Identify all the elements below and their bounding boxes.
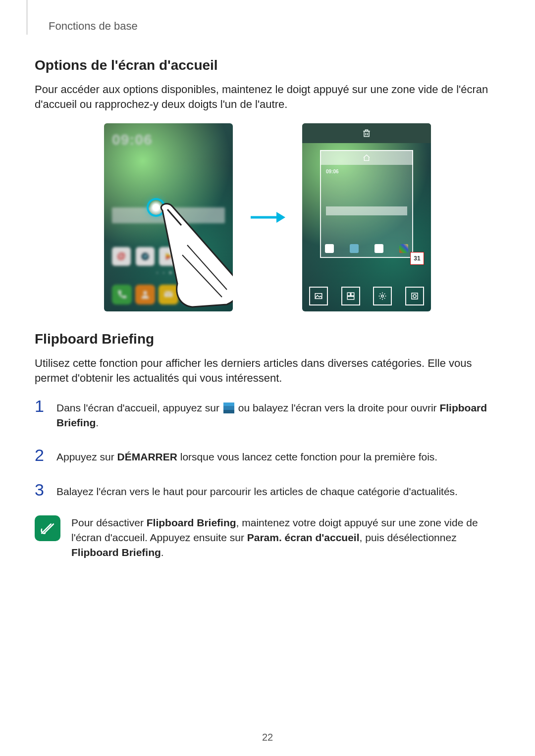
thumb-search-bar (326, 206, 407, 215)
svg-rect-16 (214, 296, 216, 298)
svg-rect-24 (347, 296, 354, 299)
svg-marker-19 (276, 212, 285, 223)
edit-options-bar (309, 287, 424, 305)
section-body-flipboard: Utilisez cette fonction pour afficher le… (35, 356, 500, 386)
trash-icon (362, 128, 372, 138)
step-text: Dans l'écran d'accueil, appuyez sur ou b… (56, 398, 500, 430)
page-number: 22 (0, 732, 535, 743)
dock (112, 285, 225, 304)
dock-contacts-icon (135, 285, 155, 304)
step-2: 2 Appuyez sur DÉMARRER lorsque vous lanc… (35, 447, 500, 464)
app-icon-at: @ (112, 247, 131, 266)
figure-row: 09:06 ​ @ • • ■ • (35, 123, 500, 311)
touch-indicator-icon (149, 200, 163, 215)
svg-point-25 (381, 295, 384, 297)
note-icon (35, 515, 60, 541)
dock-browser-icon (182, 285, 202, 304)
flipboard-tile-icon (223, 403, 234, 413)
app-row: @ (112, 247, 225, 266)
svg-rect-11 (217, 291, 219, 293)
svg-rect-17 (217, 296, 219, 298)
home-icon (363, 154, 371, 162)
dock-apps-icon (205, 285, 225, 304)
app-icon-play (159, 247, 178, 266)
svg-rect-10 (214, 291, 216, 293)
dock-messages-icon (159, 285, 178, 304)
step-number: 2 (35, 447, 48, 463)
home-indicator (320, 150, 413, 165)
step-number: 3 (35, 481, 48, 498)
svg-point-27 (413, 295, 416, 298)
svg-rect-22 (347, 293, 350, 296)
arrow-right-icon (248, 210, 287, 225)
note-box: Pour désactiver Flipboard Briefing, main… (35, 515, 500, 559)
section-title-options: Options de l'écran d'accueil (35, 57, 500, 73)
svg-rect-20 (364, 131, 369, 137)
wallpaper-icon (309, 287, 328, 305)
thumb-clock: 09:06 (326, 169, 339, 174)
calendar-badge: 31 (410, 252, 424, 265)
svg-rect-14 (217, 294, 219, 296)
step-text: Appuyez sur DÉMARRER lorsque vous lancez… (56, 447, 437, 464)
clock-time: 09:06 (112, 131, 153, 148)
thumb-app-icon (399, 244, 408, 253)
step-number: 1 (35, 398, 48, 414)
thumb-app-icon (350, 244, 359, 253)
search-bar (112, 207, 225, 223)
svg-rect-26 (412, 293, 418, 299)
settings-icon (373, 287, 392, 305)
thumb-icons (325, 244, 408, 253)
delete-bar (302, 123, 431, 143)
section-body-options: Pour accéder aux options disponibles, ma… (35, 82, 500, 112)
section-title-flipboard: Flipboard Briefing (35, 331, 500, 347)
themes-icon (405, 287, 424, 305)
step-list: 1 Dans l'écran d'accueil, appuyez sur ou… (35, 398, 500, 499)
phone-before: 09:06 ​ @ • • ■ • (104, 123, 233, 311)
thumb-app-icon (325, 244, 334, 253)
svg-rect-15 (212, 296, 214, 298)
svg-rect-9 (212, 291, 214, 293)
margin-rule (27, 0, 27, 35)
dock-phone-icon (112, 285, 132, 304)
step-3: 3 Balayez l'écran vers le haut pour parc… (35, 481, 500, 499)
homescreen-thumbnail: 09:06 (320, 150, 413, 258)
breadcrumb: Fonctions de base (49, 20, 500, 33)
thumb-app-icon (374, 244, 383, 253)
svg-rect-13 (214, 294, 216, 296)
svg-point-2 (146, 254, 148, 256)
svg-rect-7 (164, 291, 173, 297)
phone-after: 09:06 31 (302, 123, 431, 311)
svg-rect-23 (351, 293, 354, 296)
svg-marker-4 (166, 253, 172, 256)
page-indicator-dots: • • ■ • (104, 270, 233, 275)
app-icon-camera (136, 247, 155, 266)
step-text: Balayez l'écran vers le haut pour parcou… (56, 481, 458, 499)
manual-page: Fonctions de base Options de l'écran d'a… (0, 0, 535, 756)
thumbnail-body: 09:06 (320, 165, 413, 258)
svg-rect-12 (212, 294, 214, 296)
widgets-icon (341, 287, 360, 305)
note-text: Pour désactiver Flipboard Briefing, main… (71, 515, 500, 559)
step-1: 1 Dans l'écran d'accueil, appuyez sur ou… (35, 398, 500, 430)
svg-point-6 (143, 291, 147, 294)
svg-marker-5 (166, 256, 172, 260)
